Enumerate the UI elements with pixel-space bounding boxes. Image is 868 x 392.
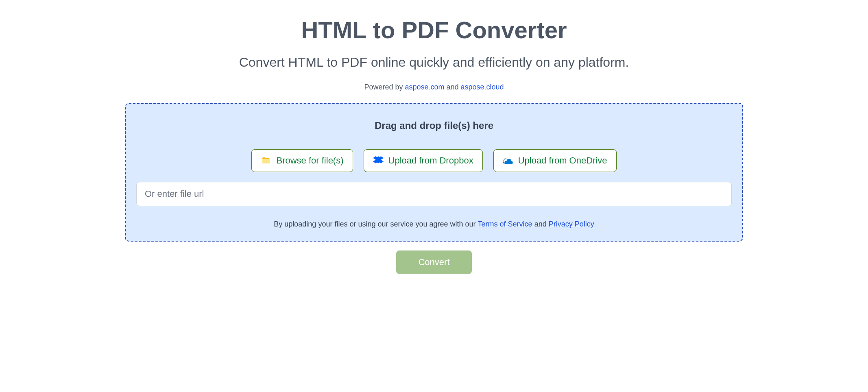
upload-dropbox-label: Upload from Dropbox — [388, 155, 473, 166]
powered-prefix: Powered by — [364, 83, 405, 91]
convert-button[interactable]: Convert — [396, 250, 471, 274]
page-title: HTML to PDF Converter — [125, 16, 743, 44]
upload-button-row: Browse for file(s) Upload from Dropbox — [136, 149, 732, 172]
main-container: HTML to PDF Converter Convert HTML to PD… — [125, 16, 743, 274]
terms-prefix: By uploading your files or using our ser… — [274, 220, 478, 228]
powered-by-line: Powered by aspose.com and aspose.cloud — [125, 83, 743, 91]
terms-line: By uploading your files or using our ser… — [136, 220, 732, 229]
powered-mid: and — [445, 83, 461, 91]
folder-icon — [261, 155, 271, 166]
upload-onedrive-button[interactable]: Upload from OneDrive — [493, 149, 617, 172]
terms-mid: and — [532, 220, 549, 228]
privacy-policy-link[interactable]: Privacy Policy — [549, 220, 594, 228]
browse-files-label: Browse for file(s) — [276, 155, 343, 166]
upload-onedrive-label: Upload from OneDrive — [518, 155, 607, 166]
page-subtitle: Convert HTML to PDF online quickly and e… — [125, 55, 743, 70]
browse-files-button[interactable]: Browse for file(s) — [251, 149, 353, 172]
dropbox-icon — [373, 155, 384, 166]
aspose-com-link[interactable]: aspose.com — [405, 83, 444, 91]
aspose-cloud-link[interactable]: aspose.cloud — [461, 83, 504, 91]
terms-of-service-link[interactable]: Terms of Service — [478, 220, 532, 228]
dropzone-heading: Drag and drop file(s) here — [136, 120, 732, 131]
onedrive-icon — [503, 155, 513, 166]
file-dropzone[interactable]: Drag and drop file(s) here Browse for fi… — [125, 103, 743, 242]
upload-dropbox-button[interactable]: Upload from Dropbox — [364, 149, 483, 172]
file-url-input[interactable] — [136, 182, 732, 206]
